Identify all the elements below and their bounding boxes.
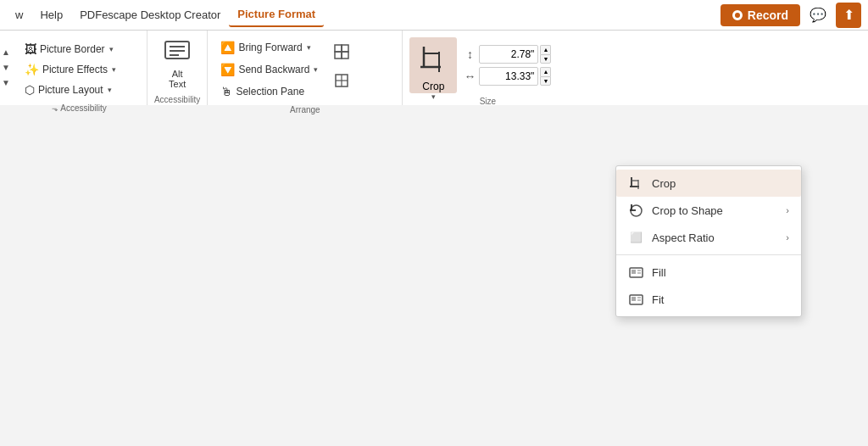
- picture-effects-caret: ▾: [112, 65, 116, 74]
- svg-rect-7: [342, 52, 348, 59]
- picture-border-button[interactable]: 🖼 Picture Border ▾: [19, 39, 120, 59]
- ribbon-group-alt-text: AltText Accessibility: [147, 31, 208, 105]
- dropdown-item-crop-to-shape[interactable]: Crop to Shape ›: [616, 197, 801, 224]
- menu-item-picture-format[interactable]: Picture Format: [229, 3, 324, 27]
- width-icon: ↔: [462, 70, 477, 83]
- picture-layout-row: ⬡ Picture Layout ▾: [19, 80, 118, 100]
- accessibility-group-label: Accessibility: [154, 92, 200, 106]
- bring-forward-caret: ▾: [307, 43, 311, 52]
- menubar: w Help PDFescape Desktop Creator Picture…: [0, 0, 868, 31]
- collapse-expand-arrow[interactable]: ▼: [2, 77, 10, 89]
- comment-button[interactable]: 💬: [805, 3, 831, 28]
- dropdown-fill-label: Fill: [652, 266, 666, 279]
- dropdown-fill-icon: [628, 265, 643, 280]
- picture-effects-row: ✨ Picture Effects ▾: [19, 59, 122, 80]
- send-backward-label: Send Backward: [238, 64, 309, 75]
- height-input[interactable]: [479, 45, 538, 64]
- picture-effects-label: Picture Effects: [42, 64, 108, 75]
- send-backward-caret: ▾: [314, 65, 318, 74]
- height-spin-down[interactable]: ▼: [540, 54, 551, 64]
- dropdown-crop-icon: [628, 176, 643, 191]
- crop-icon: [417, 43, 449, 81]
- dropdown-item-fill[interactable]: Fill: [616, 259, 801, 286]
- collapse-up-arrow[interactable]: ▲: [2, 47, 10, 59]
- crop-label: Crop: [422, 81, 444, 92]
- menu-item-pdfescape[interactable]: PDFescape Desktop Creator: [71, 3, 229, 26]
- dropdown-separator: [616, 254, 801, 255]
- size-group-label: Size: [409, 93, 565, 108]
- dropdown-aspect-ratio-icon: ⬜: [628, 230, 643, 245]
- aspect-ratio-chevron-icon: ›: [786, 232, 789, 243]
- dropdown-crop-to-shape-label: Crop to Shape: [652, 204, 723, 217]
- ribbon-group-size: Crop ▾ ↕ ▲ ▼ ↔: [403, 31, 572, 105]
- svg-rect-28: [632, 297, 636, 301]
- dropdown-item-aspect-ratio[interactable]: ⬜ Aspect Ratio ›: [616, 224, 801, 251]
- dropdown-aspect-ratio-label: Aspect Ratio: [652, 231, 715, 244]
- arrange-buttons: 🔼 Bring Forward ▾ 🔽 Send Backward ▾ 🖱: [214, 37, 324, 102]
- alt-text-label: AltText: [169, 69, 186, 89]
- selection-pane-button[interactable]: 🖱 Selection Pane: [214, 81, 310, 102]
- width-spin-down[interactable]: ▼: [540, 76, 551, 86]
- send-backward-icon: 🔽: [220, 63, 235, 76]
- share-icon: ⬆: [843, 7, 854, 23]
- bring-forward-button[interactable]: 🔼 Bring Forward ▾: [214, 37, 316, 58]
- width-input-row: ↔ ▲ ▼: [462, 67, 551, 86]
- width-input[interactable]: [479, 67, 538, 86]
- dropdown-crop-label: Crop: [652, 177, 676, 190]
- crop-dropdown-menu: Crop Crop to Shape › ⬜ Aspect Ratio ›: [615, 165, 802, 317]
- send-backward-row: 🔽 Send Backward ▾: [214, 59, 324, 80]
- collapse-down-arrow[interactable]: ▼: [2, 62, 10, 74]
- arrange-icon-2[interactable]: [329, 70, 354, 92]
- selection-pane-row: 🖱 Selection Pane: [214, 81, 324, 102]
- dropdown-crop-to-shape-icon: [628, 203, 643, 218]
- width-spin-up[interactable]: ▲: [540, 67, 551, 76]
- picture-border-label: Picture Border: [40, 43, 105, 55]
- height-icon: ↕: [462, 47, 477, 61]
- size-inputs: ↕ ▲ ▼ ↔ ▲ ▼: [462, 37, 551, 93]
- dropdown-fit-label: Fit: [652, 293, 664, 306]
- picture-layout-button[interactable]: ⬡ Picture Layout ▾: [19, 80, 118, 100]
- bring-forward-label: Bring Forward: [238, 42, 302, 53]
- share-button[interactable]: ⬆: [836, 3, 861, 28]
- selection-pane-icon: 🖱: [220, 85, 232, 98]
- ribbon-collapse-controls: ▲ ▼ ▼: [0, 31, 12, 105]
- dropdown-item-fit[interactable]: Fit: [616, 286, 801, 313]
- crop-button[interactable]: Crop ▾: [409, 37, 457, 93]
- width-spinner: ▲ ▼: [540, 67, 551, 86]
- menu-item-help[interactable]: Help: [31, 3, 71, 26]
- svg-rect-5: [342, 45, 348, 52]
- record-button[interactable]: Record: [721, 4, 800, 26]
- svg-rect-6: [335, 52, 342, 59]
- picture-border-icon: 🖼: [25, 42, 36, 56]
- height-input-row: ↕ ▲ ▼: [462, 45, 551, 64]
- picture-effects-button[interactable]: ✨ Picture Effects ▾: [19, 59, 122, 80]
- dropdown-item-crop[interactable]: Crop: [616, 170, 801, 197]
- ribbon-group-arrange: 🔼 Bring Forward ▾ 🔽 Send Backward ▾ 🖱: [208, 31, 403, 105]
- adjust-group-label: ⬎ Accessibility: [19, 100, 140, 114]
- arrange-group-label: Arrange: [214, 102, 395, 116]
- height-spin-up[interactable]: ▲: [540, 45, 551, 54]
- height-spinner: ▲ ▼: [540, 45, 551, 64]
- arrange-icon-1[interactable]: [329, 41, 354, 63]
- record-label: Record: [748, 8, 788, 22]
- record-area: Record 💬 ⬆: [721, 3, 861, 28]
- arrange-extra-icons: [329, 37, 354, 92]
- alt-text-icon: [164, 39, 191, 67]
- alt-text-button[interactable]: AltText: [154, 36, 200, 92]
- record-dot-icon: [732, 10, 743, 20]
- bring-forward-row: 🔼 Bring Forward ▾: [214, 37, 324, 58]
- send-backward-button[interactable]: 🔽 Send Backward ▾: [214, 59, 324, 80]
- menu-item-w[interactable]: w: [7, 3, 31, 26]
- selection-pane-label: Selection Pane: [236, 86, 304, 98]
- picture-effects-icon: ✨: [25, 63, 39, 76]
- ribbon-group-adjust: 🖼 Picture Border ▾ ✨ Picture Effects ▾ ⬡…: [12, 31, 147, 105]
- picture-layout-caret: ▾: [108, 86, 112, 94]
- picture-layout-label: Picture Layout: [38, 84, 103, 96]
- comment-icon: 💬: [810, 7, 826, 23]
- bring-forward-icon: 🔼: [220, 41, 235, 54]
- ribbon: ▲ ▼ ▼ 🖼 Picture Border ▾ ✨ Picture Effec…: [0, 31, 868, 105]
- svg-rect-4: [335, 45, 342, 52]
- svg-rect-24: [632, 270, 636, 274]
- crop-to-shape-chevron-icon: ›: [786, 205, 789, 215]
- picture-border-row: 🖼 Picture Border ▾: [19, 39, 120, 59]
